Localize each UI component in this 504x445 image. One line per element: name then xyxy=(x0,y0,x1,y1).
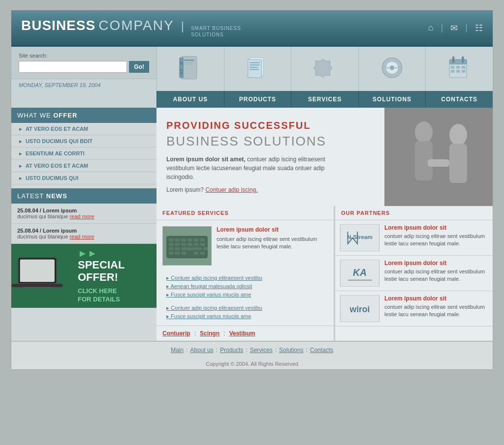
sitemap-icon[interactable]: ☷ xyxy=(475,23,483,33)
svg-point-6 xyxy=(180,69,183,72)
footer-link-solutions[interactable]: Solutions xyxy=(279,347,303,354)
bottom-sep-2: : xyxy=(223,330,225,337)
hero-body: Lorem ipsum dolor sit amet, contuer adip… xyxy=(166,155,353,181)
bottom-sep-1: : xyxy=(194,330,196,337)
svg-rect-4 xyxy=(184,63,192,64)
logo-business: BUSINESS xyxy=(21,18,95,33)
partner-title-2: Lorem ipsum dolor sit xyxy=(384,260,488,267)
partner-logo-2: KA xyxy=(340,260,379,287)
site-header: BUSINESS COMPANY | SMART BUSINESS SOLUTI… xyxy=(11,10,493,47)
special-offer-sub: CLICK HERE FOR DETAILS xyxy=(78,287,149,304)
featured-link-5[interactable]: Fusce suscipit varius miuciis ame xyxy=(166,312,328,321)
footer-copyright: Copyright © 2004. All Rights Reserved xyxy=(11,358,493,369)
featured-link-3[interactable]: Fusce suscipit varius miuciis ame xyxy=(166,291,328,299)
partner-item-3: wiroi Lorem ipsum dolor sit contuer adip… xyxy=(335,291,493,326)
footer-links: Main : About us : Products : Services : … xyxy=(21,347,483,354)
svg-rect-52 xyxy=(200,238,205,241)
featured-services-section: FEATURED SERVICES xyxy=(157,206,335,341)
nav-services[interactable]: SERVICES xyxy=(291,91,358,108)
footer-link-main[interactable]: Main xyxy=(171,347,184,354)
special-offer-text: ►► SPECIAL OFFER! CLICK HERE FOR DETAILS xyxy=(70,244,157,308)
news-read-more-1[interactable]: read more xyxy=(69,213,94,219)
nav-contacts[interactable]: CONTACTS xyxy=(425,91,493,108)
icon-separator-2: | xyxy=(465,23,468,33)
special-offer-banner[interactable]: ►► SPECIAL OFFER! CLICK HERE FOR DETAILS xyxy=(11,244,157,308)
laptop-image xyxy=(11,249,70,303)
nav-products[interactable]: PRODUCTS xyxy=(224,91,291,108)
footer-link-contacts[interactable]: Contacts xyxy=(310,347,333,354)
offer-item-4[interactable]: ► AT VERO EOS ET ACAM xyxy=(11,160,157,172)
left-sidebar-main: WHAT WE OFFER ► AT VERO EOS ET ACAM ► US… xyxy=(11,108,157,341)
svg-rect-27 xyxy=(456,66,460,69)
svg-rect-34 xyxy=(20,260,55,282)
search-input[interactable] xyxy=(19,61,127,73)
news-read-more-2[interactable]: read more xyxy=(69,234,94,239)
svg-rect-67 xyxy=(200,252,205,255)
svg-rect-51 xyxy=(194,238,199,241)
svg-rect-15 xyxy=(250,64,259,65)
svg-rect-58 xyxy=(200,243,205,246)
featured-link-1[interactable]: Contuer adip iscing elitraesent vestibu xyxy=(166,274,328,282)
what-we-offer-section: WHAT WE OFFER ► AT VERO EOS ET ACAM ► US… xyxy=(11,108,157,184)
hero-text: PROVIDING SUCCESSFUL BUSINESS SOLUTIONS … xyxy=(157,108,384,206)
svg-rect-28 xyxy=(462,66,465,69)
nav-area: ABOUT US PRODUCTS SERVICES SOLUTIONS CON… xyxy=(157,47,493,108)
footer-link-products[interactable]: Products xyxy=(220,347,243,354)
search-button[interactable]: Go! xyxy=(129,61,149,73)
svg-rect-36 xyxy=(23,287,52,288)
header-icons: ⌂ | ✉ | ☷ xyxy=(428,23,483,33)
svg-rect-24 xyxy=(452,57,455,63)
featured-links: Contuer adip iscing elitraesent vestibu … xyxy=(157,271,334,301)
home-icon[interactable]: ⌂ xyxy=(428,23,434,33)
news-header: LATEST NEWS xyxy=(11,188,157,204)
svg-rect-26 xyxy=(451,66,454,69)
nav-about[interactable]: ABOUT US xyxy=(157,91,224,108)
hero-title: BUSINESS SOLUTIONS xyxy=(166,134,375,149)
svg-rect-14 xyxy=(250,62,259,63)
partner-item-1: N-Stream Lorem ipsum dolor sit contuer a… xyxy=(335,220,493,256)
mail-icon[interactable]: ✉ xyxy=(450,23,458,33)
offer-item-3[interactable]: ► ESENTIUM AE CORRTI xyxy=(11,148,157,160)
nav-icon-solutions xyxy=(358,47,426,91)
featured-bottom-link-3[interactable]: Vestibum xyxy=(229,330,255,337)
svg-rect-59 xyxy=(169,247,174,250)
footer-navigation: Main : About us : Products : Services : … xyxy=(11,341,493,358)
partner-desc-1: Lorem ipsum dolor sit contuer adip iscin… xyxy=(384,224,488,248)
main-content: WHAT WE OFFER ► AT VERO EOS ET ACAM ► US… xyxy=(11,108,493,341)
search-form: Go! xyxy=(19,61,149,73)
svg-rect-53 xyxy=(169,243,174,246)
svg-rect-56 xyxy=(188,243,192,246)
partner-desc-3: Lorem ipsum dolor sit contuer adip iscin… xyxy=(384,295,488,319)
featured-bottom-link-2[interactable]: Scingn xyxy=(200,330,220,337)
svg-rect-62 xyxy=(203,247,208,250)
bottom-sections: FEATURED SERVICES xyxy=(157,206,493,341)
svg-rect-60 xyxy=(175,247,180,250)
svg-rect-30 xyxy=(456,70,460,73)
featured-body: contuer adip iscing elitrae sent vestibu… xyxy=(217,236,328,251)
offer-item-1[interactable]: ► AT VERO EOS ET ACAM xyxy=(11,123,157,135)
nav-icon-about xyxy=(157,47,224,91)
featured-link-2[interactable]: Aenean feugiat malesuada odiosit xyxy=(166,282,328,291)
hero-section: PROVIDING SUCCESSFUL BUSINESS SOLUTIONS … xyxy=(157,108,493,206)
offer-item-2[interactable]: ► USTO DUCIMUS QUI BDIT xyxy=(11,135,157,148)
logo: BUSINESS COMPANY | SMART BUSINESS SOLUTI… xyxy=(21,18,241,38)
footer-link-services[interactable]: Services xyxy=(250,347,273,354)
svg-rect-43 xyxy=(384,108,493,206)
hero-link: Lorem ipsum? Contuer adip iscing. xyxy=(166,186,375,193)
hero-link-anchor[interactable]: Contuer adip iscing. xyxy=(205,186,257,193)
offer-item-5[interactable]: ► USTO DUCIMUS QUI xyxy=(11,172,157,184)
svg-rect-63 xyxy=(169,252,174,255)
news-item-1: 25.08.04 / Lorem ipsum ducimus qui blani… xyxy=(11,204,157,224)
nav-solutions[interactable]: SOLUTIONS xyxy=(358,91,426,108)
partner-body-3: contuer adip iscing elitrae sent vestibu… xyxy=(384,303,488,319)
featured-bottom-link-1[interactable]: Contuerip xyxy=(162,330,190,337)
footer-link-about[interactable]: About us xyxy=(190,347,213,354)
nav-icons xyxy=(157,47,493,91)
featured-description: Lorem ipsum dolor sit contuer adip iscin… xyxy=(217,226,328,266)
featured-bottom-links: Contuerip : Scingn : Vestibum xyxy=(157,326,334,341)
featured-link-4[interactable]: Contuer adip iscing elitraesent vestibu xyxy=(166,304,328,312)
news-text-1: ducimus qui blanique read more xyxy=(17,213,151,219)
footer-sep-5: : xyxy=(306,347,307,354)
left-sidebar-top: Site search: Go! MONDAY, SEPTEMBER 19, 2… xyxy=(11,47,157,108)
news-date-1: 25.08.04 / Lorem ipsum xyxy=(17,208,151,213)
